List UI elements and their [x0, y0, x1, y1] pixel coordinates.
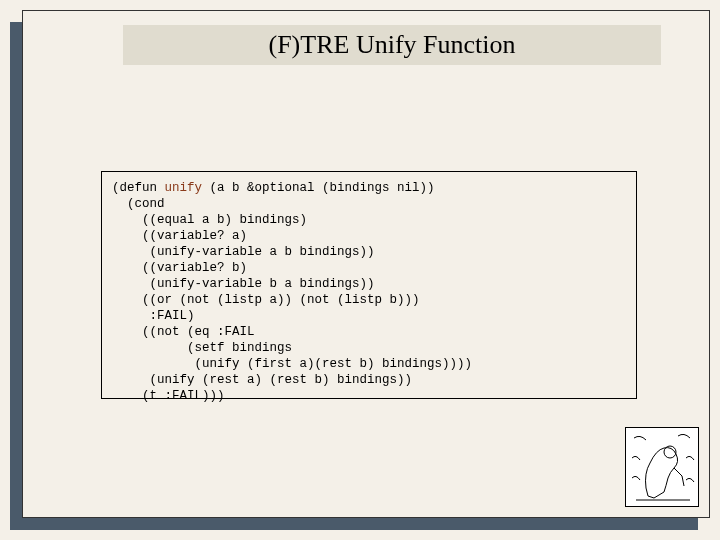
code-fn-name: unify — [165, 181, 203, 195]
decorative-thinker-image — [625, 427, 699, 507]
svg-rect-0 — [626, 428, 698, 506]
code-line-1a: (defun — [112, 181, 165, 195]
code-box: (defun unify (a b &optional (bindings ni… — [101, 171, 637, 399]
code-line-11: (setf bindings — [112, 341, 292, 355]
code-line-10: ((not (eq :FAIL — [112, 325, 255, 339]
code-line-13: (unify (rest a) (rest b) bindings)) — [112, 373, 412, 387]
code-line-3: ((equal a b) bindings) — [112, 213, 307, 227]
code-line-14: (t :FAIL))) — [112, 389, 225, 403]
code-line-6: ((variable? b) — [112, 261, 247, 275]
code-line-12: (unify (first a)(rest b) bindings)))) — [112, 357, 472, 371]
code-line-2: (cond — [112, 197, 165, 211]
code-line-8: ((or (not (listp a)) (not (listp b))) — [112, 293, 420, 307]
code-line-7: (unify-variable b a bindings)) — [112, 277, 375, 291]
slide-title: (F)TRE Unify Function — [269, 30, 516, 60]
slide-body: (F)TRE Unify Function (defun unify (a b … — [22, 10, 710, 518]
title-bar: (F)TRE Unify Function — [123, 25, 661, 65]
code-listing: (defun unify (a b &optional (bindings ni… — [112, 180, 626, 404]
code-line-5: (unify-variable a b bindings)) — [112, 245, 375, 259]
slide-frame: (F)TRE Unify Function (defun unify (a b … — [10, 10, 710, 530]
code-line-1b: (a b &optional (bindings nil)) — [202, 181, 435, 195]
code-line-9: :FAIL) — [112, 309, 195, 323]
code-line-4: ((variable? a) — [112, 229, 247, 243]
